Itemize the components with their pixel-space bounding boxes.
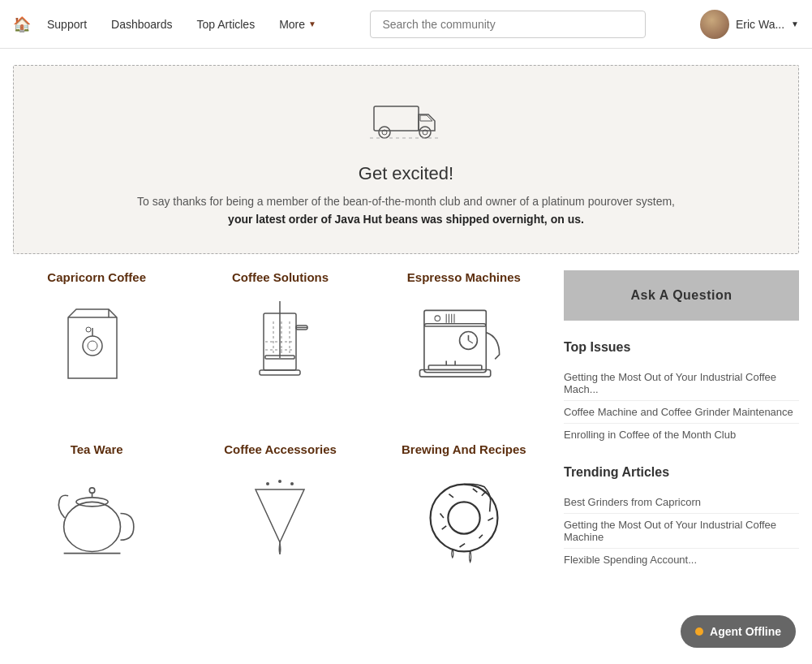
svg-point-25 (435, 316, 440, 321)
svg-point-11 (86, 327, 91, 332)
coffee-solutions-title: Coffee Solutions (232, 270, 329, 284)
nav-support[interactable]: Support (47, 18, 87, 31)
nav-top-articles[interactable]: Top Articles (197, 18, 256, 31)
search-container (316, 11, 700, 38)
svg-point-40 (266, 482, 269, 485)
category-coffee-accessories[interactable]: Coffee Accessories (196, 442, 363, 590)
svg-point-41 (278, 480, 281, 483)
agent-label: Agent Offline (710, 625, 781, 638)
ask-question-button[interactable]: Ask A Question (564, 270, 799, 321)
top-issue-2[interactable]: Enrolling in Coffee of the Month Club (564, 424, 799, 446)
trending-article-2[interactable]: Flexible Spending Account... (564, 549, 799, 571)
svg-line-32 (468, 340, 472, 343)
category-espresso-machines[interactable]: Espresso Machines (380, 270, 548, 418)
tea-ware-icon (48, 469, 145, 567)
svg-line-52 (488, 518, 493, 520)
trending-article-1[interactable]: Getting the Most Out of Your Industrial … (564, 514, 799, 549)
top-issues-section: Top Issues Getting the Most Out of Your … (564, 340, 799, 446)
svg-line-50 (459, 543, 465, 546)
trending-articles-section: Trending Articles Best Grinders from Cap… (564, 465, 799, 571)
svg-point-44 (448, 502, 479, 533)
capricorn-coffee-icon (48, 297, 145, 395)
tea-ware-title: Tea Ware (71, 442, 123, 456)
brewing-recipes-icon (415, 469, 513, 567)
more-arrow-icon: ▼ (308, 19, 316, 28)
svg-point-8 (83, 336, 102, 356)
svg-line-47 (440, 513, 443, 517)
svg-rect-0 (374, 106, 419, 131)
brewing-recipes-title: Brewing And Recipes (402, 442, 526, 456)
svg-line-51 (479, 535, 482, 538)
nav-dashboards[interactable]: Dashboards (111, 18, 173, 31)
banner-body: To say thanks for being a member of the … (30, 192, 782, 229)
coffee-accessories-icon (231, 469, 329, 567)
nav-more[interactable]: More ▼ (279, 18, 316, 31)
right-sidebar: Ask A Question Top Issues Getting the Mo… (548, 270, 799, 590)
truck-icon (30, 90, 782, 155)
user-menu[interactable]: Eric Wa... ▼ (700, 10, 799, 39)
category-brewing-recipes[interactable]: Brewing And Recipes (380, 442, 548, 590)
trending-article-0[interactable]: Best Grinders from Capricorn (564, 491, 799, 514)
capricorn-coffee-title: Capricorn Coffee (47, 270, 146, 284)
svg-point-1 (379, 127, 390, 138)
svg-point-42 (290, 482, 294, 485)
svg-point-9 (88, 341, 97, 351)
svg-point-35 (64, 502, 121, 551)
svg-rect-33 (428, 365, 481, 369)
main-nav: 🏠 Support Dashboards Top Articles More ▼… (0, 0, 812, 49)
search-input[interactable] (370, 11, 646, 38)
espresso-machines-icon (415, 297, 513, 395)
coffee-accessories-title: Coffee Accessories (224, 442, 337, 456)
svg-rect-17 (260, 370, 300, 375)
user-name: Eric Wa... (736, 18, 784, 31)
category-capricorn-coffee[interactable]: Capricorn Coffee (13, 270, 180, 418)
top-issue-1[interactable]: Coffee Machine and Coffee Grinder Mainte… (564, 401, 799, 424)
category-tea-ware[interactable]: Tea Ware (13, 442, 180, 590)
svg-line-49 (442, 526, 446, 529)
espresso-machines-title: Espresso Machines (407, 270, 521, 284)
user-dropdown-icon: ▼ (791, 19, 799, 28)
svg-line-48 (482, 491, 486, 495)
agent-status-dot (695, 627, 703, 636)
nav-links: Support Dashboards Top Articles More ▼ (47, 18, 316, 31)
svg-point-3 (419, 127, 431, 138)
more-label: More (279, 18, 305, 31)
top-issue-0[interactable]: Getting the Most Out of Your Industrial … (564, 366, 799, 401)
top-issues-heading: Top Issues (564, 340, 799, 355)
banner-title: Get excited! (30, 163, 782, 184)
svg-rect-34 (419, 369, 490, 377)
main-content: Capricorn Coffee Coffee Solutions (0, 270, 812, 590)
coffee-solutions-icon (231, 297, 329, 395)
avatar (700, 10, 729, 39)
svg-line-46 (473, 489, 477, 492)
svg-line-45 (449, 494, 453, 497)
promo-banner: Get excited! To say thanks for being a m… (13, 65, 799, 254)
svg-point-43 (430, 484, 497, 551)
trending-heading: Trending Articles (564, 465, 799, 480)
agent-offline-badge[interactable]: Agent Offline (681, 615, 796, 648)
category-coffee-solutions[interactable]: Coffee Solutions (196, 270, 363, 418)
home-icon[interactable]: 🏠 (13, 15, 31, 33)
categories-grid: Capricorn Coffee Coffee Solutions (13, 270, 548, 590)
